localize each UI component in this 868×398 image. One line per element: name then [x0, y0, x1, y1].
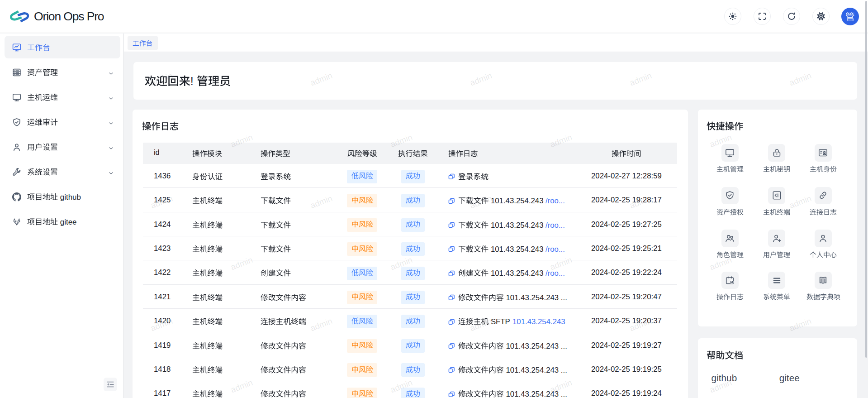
svg-text:101.43.254.243 ...: 101.43.254.243 ... — [506, 293, 567, 302]
svg-text:SFTP: SFTP — [491, 317, 510, 326]
svg-text:101.43.254.243: 101.43.254.243 — [491, 245, 544, 254]
svg-text:101.43.254.243: 101.43.254.243 — [512, 317, 565, 326]
svg-text:github: github — [60, 193, 81, 201]
svg-text:101.43.254.243: 101.43.254.243 — [491, 269, 544, 278]
svg-text:/roo...: /roo... — [545, 221, 565, 230]
svg-text:/roo...: /roo... — [545, 269, 565, 278]
svg-text:gitee: gitee — [60, 218, 77, 226]
svg-text:!: ! — [190, 75, 193, 87]
svg-text:101.43.254.243 ...: 101.43.254.243 ... — [506, 342, 567, 350]
svg-text:101.43.254.243: 101.43.254.243 — [491, 221, 544, 230]
svg-text:/roo...: /roo... — [545, 197, 565, 205]
svg-text:101.43.254.243: 101.43.254.243 — [491, 197, 544, 205]
svg-text:101.43.254.243 ...: 101.43.254.243 ... — [506, 366, 567, 374]
svg-text:101.43.254.243 ...: 101.43.254.243 ... — [506, 390, 567, 398]
svg-text:/roo...: /roo... — [545, 245, 565, 254]
